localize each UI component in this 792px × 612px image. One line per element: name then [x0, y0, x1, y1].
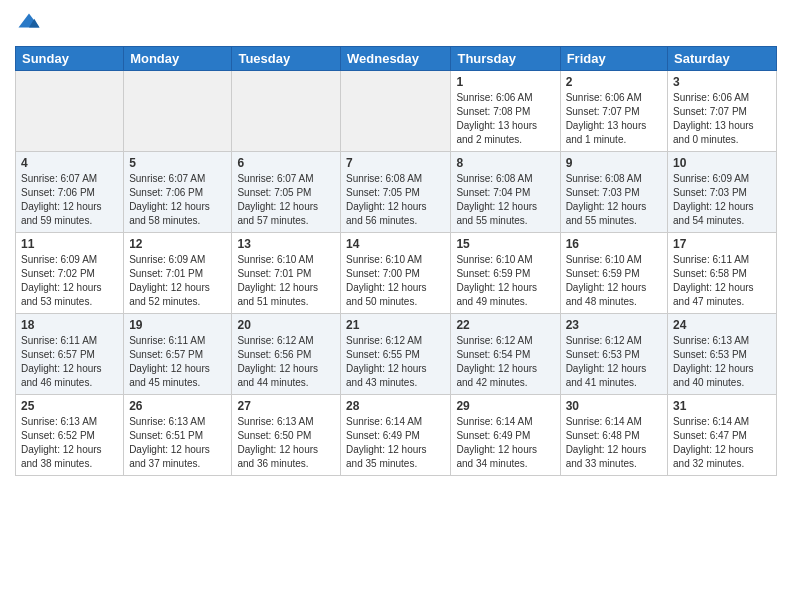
weekday-header-tuesday: Tuesday — [232, 47, 341, 71]
day-number: 26 — [129, 399, 226, 413]
calendar-cell: 12Sunrise: 6:09 AM Sunset: 7:01 PM Dayli… — [124, 233, 232, 314]
day-info: Sunrise: 6:13 AM Sunset: 6:51 PM Dayligh… — [129, 415, 226, 471]
week-row-2: 4Sunrise: 6:07 AM Sunset: 7:06 PM Daylig… — [16, 152, 777, 233]
day-number: 17 — [673, 237, 771, 251]
day-info: Sunrise: 6:10 AM Sunset: 7:01 PM Dayligh… — [237, 253, 335, 309]
calendar-cell: 1Sunrise: 6:06 AM Sunset: 7:08 PM Daylig… — [451, 71, 560, 152]
day-number: 15 — [456, 237, 554, 251]
day-info: Sunrise: 6:13 AM Sunset: 6:53 PM Dayligh… — [673, 334, 771, 390]
day-info: Sunrise: 6:10 AM Sunset: 6:59 PM Dayligh… — [566, 253, 662, 309]
calendar-cell — [232, 71, 341, 152]
day-info: Sunrise: 6:14 AM Sunset: 6:47 PM Dayligh… — [673, 415, 771, 471]
calendar-cell: 10Sunrise: 6:09 AM Sunset: 7:03 PM Dayli… — [668, 152, 777, 233]
calendar-cell: 6Sunrise: 6:07 AM Sunset: 7:05 PM Daylig… — [232, 152, 341, 233]
day-number: 2 — [566, 75, 662, 89]
day-number: 10 — [673, 156, 771, 170]
day-number: 18 — [21, 318, 118, 332]
calendar-cell: 4Sunrise: 6:07 AM Sunset: 7:06 PM Daylig… — [16, 152, 124, 233]
day-info: Sunrise: 6:08 AM Sunset: 7:05 PM Dayligh… — [346, 172, 445, 228]
day-info: Sunrise: 6:06 AM Sunset: 7:07 PM Dayligh… — [673, 91, 771, 147]
day-info: Sunrise: 6:10 AM Sunset: 6:59 PM Dayligh… — [456, 253, 554, 309]
day-number: 3 — [673, 75, 771, 89]
week-row-5: 25Sunrise: 6:13 AM Sunset: 6:52 PM Dayli… — [16, 395, 777, 476]
calendar-cell: 19Sunrise: 6:11 AM Sunset: 6:57 PM Dayli… — [124, 314, 232, 395]
day-number: 25 — [21, 399, 118, 413]
logo-icon — [15, 10, 43, 38]
day-number: 12 — [129, 237, 226, 251]
weekday-row: SundayMondayTuesdayWednesdayThursdayFrid… — [16, 47, 777, 71]
day-info: Sunrise: 6:07 AM Sunset: 7:06 PM Dayligh… — [21, 172, 118, 228]
weekday-header-saturday: Saturday — [668, 47, 777, 71]
week-row-3: 11Sunrise: 6:09 AM Sunset: 7:02 PM Dayli… — [16, 233, 777, 314]
day-number: 6 — [237, 156, 335, 170]
page: SundayMondayTuesdayWednesdayThursdayFrid… — [0, 0, 792, 491]
calendar-cell: 30Sunrise: 6:14 AM Sunset: 6:48 PM Dayli… — [560, 395, 667, 476]
day-info: Sunrise: 6:12 AM Sunset: 6:54 PM Dayligh… — [456, 334, 554, 390]
day-info: Sunrise: 6:08 AM Sunset: 7:03 PM Dayligh… — [566, 172, 662, 228]
calendar-cell: 15Sunrise: 6:10 AM Sunset: 6:59 PM Dayli… — [451, 233, 560, 314]
day-number: 21 — [346, 318, 445, 332]
day-number: 4 — [21, 156, 118, 170]
calendar-cell: 29Sunrise: 6:14 AM Sunset: 6:49 PM Dayli… — [451, 395, 560, 476]
calendar-cell: 31Sunrise: 6:14 AM Sunset: 6:47 PM Dayli… — [668, 395, 777, 476]
calendar-cell: 2Sunrise: 6:06 AM Sunset: 7:07 PM Daylig… — [560, 71, 667, 152]
day-info: Sunrise: 6:13 AM Sunset: 6:52 PM Dayligh… — [21, 415, 118, 471]
day-number: 11 — [21, 237, 118, 251]
day-info: Sunrise: 6:06 AM Sunset: 7:08 PM Dayligh… — [456, 91, 554, 147]
day-info: Sunrise: 6:09 AM Sunset: 7:02 PM Dayligh… — [21, 253, 118, 309]
day-info: Sunrise: 6:14 AM Sunset: 6:48 PM Dayligh… — [566, 415, 662, 471]
calendar-cell — [16, 71, 124, 152]
day-number: 8 — [456, 156, 554, 170]
day-number: 16 — [566, 237, 662, 251]
day-info: Sunrise: 6:07 AM Sunset: 7:06 PM Dayligh… — [129, 172, 226, 228]
calendar-cell: 14Sunrise: 6:10 AM Sunset: 7:00 PM Dayli… — [341, 233, 451, 314]
calendar-cell: 13Sunrise: 6:10 AM Sunset: 7:01 PM Dayli… — [232, 233, 341, 314]
day-number: 22 — [456, 318, 554, 332]
day-number: 30 — [566, 399, 662, 413]
day-info: Sunrise: 6:06 AM Sunset: 7:07 PM Dayligh… — [566, 91, 662, 147]
day-number: 23 — [566, 318, 662, 332]
day-number: 20 — [237, 318, 335, 332]
day-info: Sunrise: 6:12 AM Sunset: 6:56 PM Dayligh… — [237, 334, 335, 390]
weekday-header-thursday: Thursday — [451, 47, 560, 71]
calendar-cell: 7Sunrise: 6:08 AM Sunset: 7:05 PM Daylig… — [341, 152, 451, 233]
day-number: 5 — [129, 156, 226, 170]
calendar-header: SundayMondayTuesdayWednesdayThursdayFrid… — [16, 47, 777, 71]
day-info: Sunrise: 6:12 AM Sunset: 6:55 PM Dayligh… — [346, 334, 445, 390]
weekday-header-sunday: Sunday — [16, 47, 124, 71]
calendar-cell: 28Sunrise: 6:14 AM Sunset: 6:49 PM Dayli… — [341, 395, 451, 476]
day-number: 9 — [566, 156, 662, 170]
day-info: Sunrise: 6:14 AM Sunset: 6:49 PM Dayligh… — [456, 415, 554, 471]
day-number: 31 — [673, 399, 771, 413]
calendar-cell — [124, 71, 232, 152]
calendar-cell: 17Sunrise: 6:11 AM Sunset: 6:58 PM Dayli… — [668, 233, 777, 314]
weekday-header-monday: Monday — [124, 47, 232, 71]
day-info: Sunrise: 6:11 AM Sunset: 6:57 PM Dayligh… — [129, 334, 226, 390]
day-number: 1 — [456, 75, 554, 89]
day-number: 14 — [346, 237, 445, 251]
calendar-cell: 21Sunrise: 6:12 AM Sunset: 6:55 PM Dayli… — [341, 314, 451, 395]
calendar-table: SundayMondayTuesdayWednesdayThursdayFrid… — [15, 46, 777, 476]
calendar-cell: 22Sunrise: 6:12 AM Sunset: 6:54 PM Dayli… — [451, 314, 560, 395]
day-number: 29 — [456, 399, 554, 413]
calendar-cell: 25Sunrise: 6:13 AM Sunset: 6:52 PM Dayli… — [16, 395, 124, 476]
day-number: 24 — [673, 318, 771, 332]
day-info: Sunrise: 6:08 AM Sunset: 7:04 PM Dayligh… — [456, 172, 554, 228]
day-info: Sunrise: 6:12 AM Sunset: 6:53 PM Dayligh… — [566, 334, 662, 390]
day-info: Sunrise: 6:11 AM Sunset: 6:58 PM Dayligh… — [673, 253, 771, 309]
day-number: 19 — [129, 318, 226, 332]
day-info: Sunrise: 6:13 AM Sunset: 6:50 PM Dayligh… — [237, 415, 335, 471]
calendar-cell: 3Sunrise: 6:06 AM Sunset: 7:07 PM Daylig… — [668, 71, 777, 152]
weekday-header-friday: Friday — [560, 47, 667, 71]
day-info: Sunrise: 6:09 AM Sunset: 7:03 PM Dayligh… — [673, 172, 771, 228]
day-number: 13 — [237, 237, 335, 251]
calendar-cell: 5Sunrise: 6:07 AM Sunset: 7:06 PM Daylig… — [124, 152, 232, 233]
calendar-cell: 8Sunrise: 6:08 AM Sunset: 7:04 PM Daylig… — [451, 152, 560, 233]
day-number: 28 — [346, 399, 445, 413]
day-info: Sunrise: 6:14 AM Sunset: 6:49 PM Dayligh… — [346, 415, 445, 471]
calendar-cell: 18Sunrise: 6:11 AM Sunset: 6:57 PM Dayli… — [16, 314, 124, 395]
week-row-1: 1Sunrise: 6:06 AM Sunset: 7:08 PM Daylig… — [16, 71, 777, 152]
day-number: 27 — [237, 399, 335, 413]
day-number: 7 — [346, 156, 445, 170]
header — [15, 10, 777, 38]
